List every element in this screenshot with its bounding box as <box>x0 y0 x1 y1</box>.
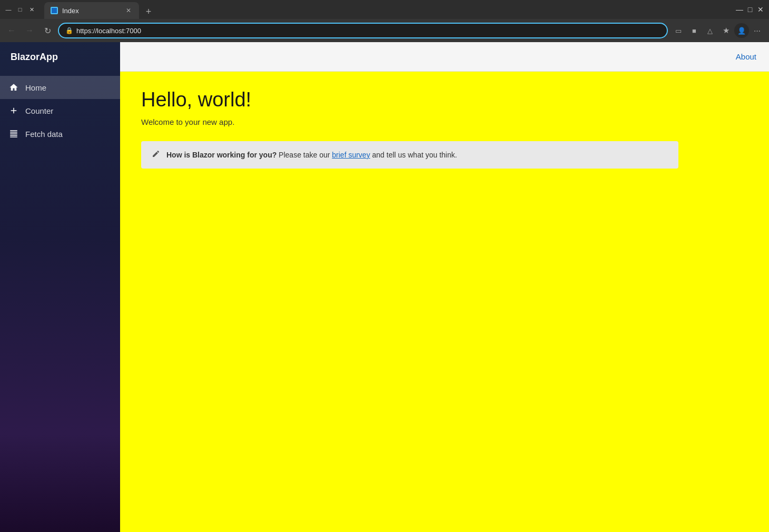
more-button[interactable]: ⋯ <box>750 23 765 38</box>
survey-post-link: and tell us what you think. <box>370 151 457 159</box>
chrome-close[interactable]: ✕ <box>756 5 765 14</box>
survey-text: How is Blazor working for you? Please ta… <box>166 151 457 159</box>
app-brand: BlazorApp <box>0 42 120 72</box>
sidebar: BlazorApp Home <box>0 42 120 532</box>
sidebar-counter-label: Counter <box>25 106 53 115</box>
home-icon <box>8 82 19 93</box>
survey-link[interactable]: brief survey <box>332 151 370 159</box>
lock-icon: 🔒 <box>65 27 73 34</box>
extensions-button[interactable]: ■ <box>687 23 702 38</box>
page-subtitle: Welcome to your new app. <box>141 117 748 126</box>
main-content: About Hello, world! Welcome to your new … <box>120 42 769 532</box>
pencil-icon <box>152 150 160 160</box>
page-heading: Hello, world! <box>141 88 748 111</box>
sidebar-home-label: Home <box>25 83 46 92</box>
active-tab[interactable]: Index ✕ <box>44 2 139 19</box>
sidebar-item-fetch-data[interactable]: Fetch data <box>0 122 120 145</box>
app-container: BlazorApp Home <box>0 42 769 532</box>
sidebar-item-home[interactable]: Home <box>0 76 120 99</box>
about-link[interactable]: About <box>736 52 756 61</box>
nav-actions: ▭ ■ △ ★ 👤 ⋯ <box>671 23 765 38</box>
url-text: https://localhost:7000 <box>76 27 660 35</box>
close-button[interactable]: ✕ <box>27 5 36 14</box>
survey-pre-link: Please take our <box>277 151 332 159</box>
restore-button[interactable]: □ <box>16 5 24 14</box>
chrome-minimize[interactable]: — <box>735 5 744 14</box>
top-bar: About <box>120 42 769 72</box>
address-bar[interactable]: 🔒 https://localhost:7000 <box>58 23 668 38</box>
profile-button[interactable]: 👤 <box>734 23 749 38</box>
survey-banner: How is Blazor working for you? Please ta… <box>141 141 678 169</box>
sidebar-fetch-label: Fetch data <box>25 130 63 139</box>
chrome-restore[interactable]: □ <box>746 5 754 14</box>
window-controls: — □ ✕ <box>4 5 36 14</box>
survey-bold: How is Blazor working for you? <box>166 151 277 159</box>
reload-button[interactable]: ↻ <box>40 23 55 38</box>
tab-title: Index <box>62 7 79 15</box>
browser-window: — □ ✕ Index ✕ + — □ ✕ ← → ↻ 🔒 https://lo <box>0 0 769 532</box>
svg-rect-0 <box>52 8 57 13</box>
table-icon <box>8 129 19 139</box>
minimize-button[interactable]: — <box>4 5 13 14</box>
new-tab-button[interactable]: + <box>141 4 156 19</box>
labs-button[interactable]: △ <box>703 23 717 38</box>
sidebar-nav: Home Counter Fet <box>0 72 120 150</box>
sidebar-item-counter[interactable]: Counter <box>0 99 120 122</box>
back-button[interactable]: ← <box>4 23 19 38</box>
tab-bar: Index ✕ + <box>44 0 727 19</box>
cast-button[interactable]: ▭ <box>671 23 686 38</box>
plus-icon <box>8 105 19 116</box>
bookmark-button[interactable]: ★ <box>718 23 733 38</box>
page-body: Hello, world! Welcome to your new app. H… <box>120 72 769 532</box>
nav-bar: ← → ↻ 🔒 https://localhost:7000 ▭ ■ △ ★ 👤… <box>0 19 769 42</box>
title-bar: — □ ✕ Index ✕ + — □ ✕ <box>0 0 769 19</box>
forward-button[interactable]: → <box>22 23 37 38</box>
tab-favicon <box>51 7 58 14</box>
tab-close-button[interactable]: ✕ <box>124 6 133 15</box>
